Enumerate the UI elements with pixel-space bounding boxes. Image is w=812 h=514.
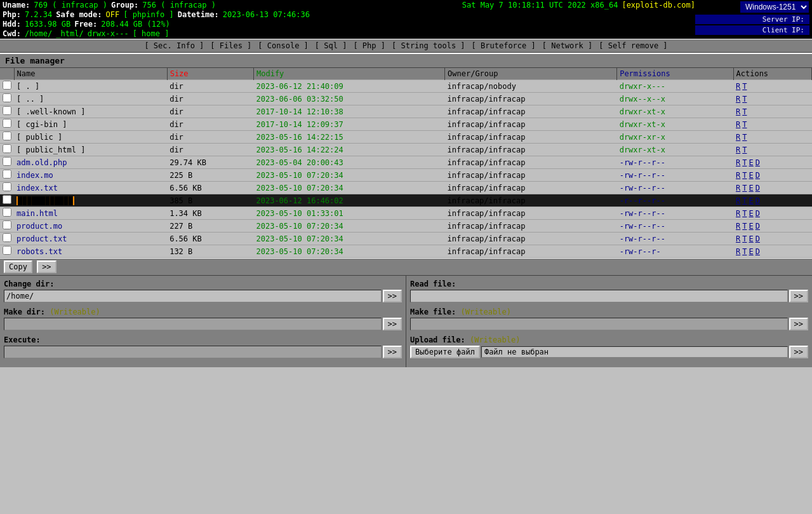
action-e[interactable]: E [749,158,753,167]
nav-network[interactable]: [ Network ] [540,41,595,51]
read-file-input[interactable] [410,290,788,302]
execute-btn[interactable]: >> [383,346,402,358]
action-r[interactable]: R [736,222,740,231]
action-d[interactable]: D [755,209,760,218]
upload-btn[interactable]: >> [789,346,808,358]
action-e[interactable]: E [749,222,753,231]
file-name[interactable]: index.txt [17,184,58,193]
file-name[interactable]: [ cgi-bin ] [17,120,67,129]
action-t[interactable]: T [742,82,747,91]
file-checkbox[interactable] [3,119,11,128]
make-dir-input[interactable] [4,318,382,330]
action-d[interactable]: D [755,234,760,243]
action-r[interactable]: R [736,107,740,116]
read-file-btn[interactable]: >> [789,290,808,302]
file-name[interactable]: [ .. ] [17,95,44,104]
file-name[interactable]: [ .well-known ] [17,107,85,116]
action-t[interactable]: T [742,234,747,243]
file-checkbox[interactable] [3,195,11,204]
file-name[interactable]: [ public_html ] [17,145,85,154]
action-r[interactable]: R [736,234,740,243]
file-checkbox[interactable] [3,246,11,255]
nav-sql[interactable]: [ Sql ] [312,41,350,51]
execute-input[interactable] [4,346,382,358]
copy-button[interactable]: Copy [4,260,32,273]
file-checkbox[interactable] [3,81,11,90]
make-file-input[interactable] [410,318,788,330]
file-name[interactable]: ████████████ [17,196,74,205]
action-t[interactable]: T [742,120,747,129]
file-name[interactable]: [ . ] [17,82,39,91]
make-dir-btn[interactable]: >> [383,318,402,330]
make-file-btn[interactable]: >> [789,318,808,330]
file-checkbox[interactable] [3,93,11,102]
file-checkbox[interactable] [3,182,11,191]
file-name[interactable]: index.mo [17,171,53,180]
nav-self-remove[interactable]: [ Self remove ] [596,41,670,51]
action-e[interactable]: E [749,184,753,193]
action-d[interactable]: D [755,171,760,180]
cwd-html[interactable]: _html/ [56,29,83,38]
nav-php[interactable]: [ Php ] [350,41,388,51]
action-t[interactable]: T [742,107,747,116]
action-r[interactable]: R [736,209,740,218]
action-r[interactable]: R [736,247,740,256]
file-checkbox[interactable] [3,170,11,179]
action-t[interactable]: T [742,209,747,218]
file-checkbox[interactable] [3,106,11,115]
phpinfo-link[interactable]: [ phpinfo ] [123,10,173,19]
action-r[interactable]: R [736,196,740,205]
file-name[interactable]: main.html [17,209,58,218]
file-name[interactable]: robots.txt [17,247,62,256]
action-t[interactable]: T [742,171,747,180]
action-t[interactable]: T [742,222,747,231]
action-r[interactable]: R [736,120,740,129]
action-d[interactable]: D [755,247,760,256]
file-name[interactable]: product.txt [17,234,67,243]
action-t[interactable]: T [742,158,747,167]
action-r[interactable]: R [736,158,740,167]
exploit-link[interactable]: [exploit-db.com] [622,1,695,10]
encoding-select[interactable]: Windows-1251 [740,1,809,13]
action-r[interactable]: R [736,171,740,180]
copy-arrow-button[interactable]: >> [37,260,56,273]
nav-bruteforce[interactable]: [ Bruteforce ] [469,41,538,51]
action-e[interactable]: E [749,171,753,180]
action-t[interactable]: T [742,247,747,256]
nav-files[interactable]: [ Files ] [208,41,254,51]
change-dir-btn[interactable]: >> [383,290,402,302]
nav-console[interactable]: [ Console ] [255,41,310,51]
action-d[interactable]: D [755,184,760,193]
file-name[interactable]: product.mo [17,222,62,231]
action-t[interactable]: T [742,145,747,154]
action-e[interactable]: E [749,247,753,256]
action-t[interactable]: T [742,196,747,205]
cwd-value[interactable]: /home/ [25,29,52,38]
file-name[interactable]: [ public ] [17,133,62,142]
action-e[interactable]: E [749,234,753,243]
nav-sec-info[interactable]: [ Sec. Info ] [142,41,206,51]
action-e[interactable]: E [749,209,753,218]
action-d[interactable]: D [755,222,760,231]
file-checkbox[interactable] [3,132,11,140]
action-r[interactable]: R [736,95,740,104]
action-t[interactable]: T [742,133,747,142]
file-checkbox[interactable] [3,233,11,242]
action-r[interactable]: R [736,184,740,193]
action-d[interactable]: D [755,196,760,205]
action-r[interactable]: R [736,133,740,142]
nav-string-tools[interactable]: [ String tools ] [389,41,468,51]
action-r[interactable]: R [736,145,740,154]
choose-file-btn[interactable]: Выберите файл [410,346,480,358]
action-e[interactable]: E [749,196,753,205]
file-checkbox[interactable] [3,144,11,153]
action-r[interactable]: R [736,82,740,91]
file-name[interactable]: adm.old.php [17,158,67,167]
file-checkbox[interactable] [3,157,11,166]
change-dir-input[interactable] [4,290,382,302]
file-checkbox[interactable] [3,208,11,217]
cwd-home[interactable]: [ home ] [133,29,170,38]
action-t[interactable]: T [742,95,747,104]
action-t[interactable]: T [742,184,747,193]
action-d[interactable]: D [755,158,760,167]
